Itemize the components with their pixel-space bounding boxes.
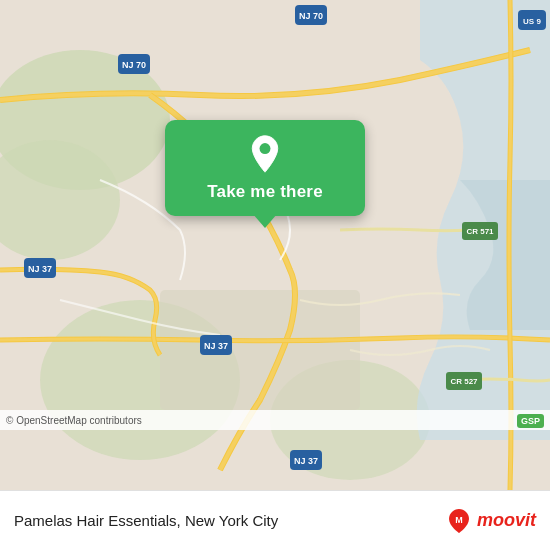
moovit-label: moovit (477, 510, 536, 531)
gsp-badge: GSP (517, 414, 544, 428)
svg-text:CR 571: CR 571 (466, 227, 494, 236)
bottom-bar: Pamelas Hair Essentials, New York City M… (0, 490, 550, 550)
svg-rect-5 (160, 290, 360, 410)
svg-text:NJ 70: NJ 70 (122, 60, 146, 70)
moovit-icon: M (445, 507, 473, 535)
take-me-there-button[interactable]: Take me there (165, 120, 365, 216)
svg-text:NJ 37: NJ 37 (294, 456, 318, 466)
location-title: Pamelas Hair Essentials, New York City (14, 512, 278, 529)
take-me-there-label: Take me there (207, 182, 323, 202)
svg-text:NJ 70: NJ 70 (299, 11, 323, 21)
attribution-text: © OpenStreetMap contributors (6, 415, 142, 426)
attribution-bar: © OpenStreetMap contributors (0, 410, 550, 430)
svg-text:M: M (455, 515, 463, 525)
location-pin-icon (245, 134, 285, 174)
svg-text:NJ 37: NJ 37 (204, 341, 228, 351)
svg-text:CR 527: CR 527 (450, 377, 478, 386)
svg-point-24 (260, 143, 271, 154)
map-container: NJ 70 NJ 70 NJ 70 NJ 37 NJ 37 NJ 37 US 9… (0, 0, 550, 490)
svg-text:NJ 37: NJ 37 (28, 264, 52, 274)
svg-text:US 9: US 9 (523, 17, 541, 26)
moovit-logo: M moovit (445, 507, 536, 535)
